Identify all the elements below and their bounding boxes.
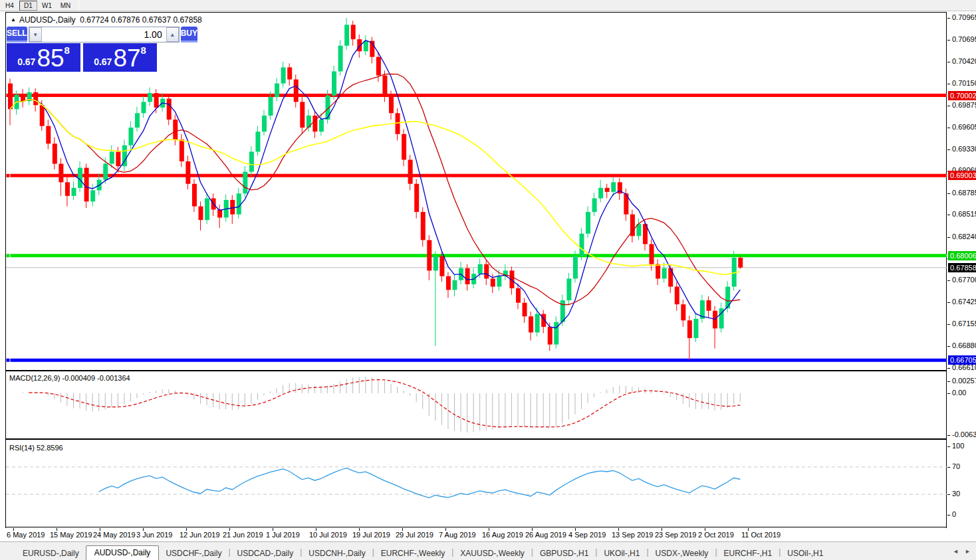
tab-scroll-right-icon[interactable]: ► [965,548,971,555]
candle-body [376,57,381,76]
axis-tick [947,515,950,515]
date-axis-label: 26 Aug 2019 [525,531,566,539]
candle-body [180,140,184,161]
tab-scroll-left-icon[interactable]: ◄ [953,548,959,555]
price-axis-label: 0.70695 [952,35,976,43]
candle-body [713,311,717,329]
sell-button[interactable]: SELL [7,27,27,43]
axis-tick [947,215,950,215]
candle-body [40,105,45,126]
date-axis-label: 13 Sep 2019 [612,531,653,539]
candle-body [90,190,95,201]
timeframe-mn-button[interactable]: MN [57,1,74,11]
candle-body [707,300,711,311]
candle-body [598,188,603,199]
chart-tab-eurusd-daily[interactable]: EURUSD-,Daily [16,547,86,560]
rsi-axis-label: 30 [952,490,960,498]
candle-body [402,134,406,160]
candle-body [319,120,324,132]
axis-tick [947,62,950,62]
buy-price-display[interactable]: 0.67 87 8 [83,43,157,72]
candle-body [269,97,273,116]
chart-tab-ukoil-h1[interactable]: UKOil-,H1 [597,547,646,560]
rsi-indicator-chart[interactable] [6,440,947,527]
candle-body [287,67,292,79]
candle-body [364,41,368,52]
macd-indicator-chart[interactable] [6,371,947,438]
candle-body [427,240,431,270]
macd-label: MACD(12,26,9) -0.000409 -0.001364 [9,374,130,382]
candle-body [128,128,133,145]
volume-input[interactable] [42,27,166,42]
chart-tab-usdx-weekly[interactable]: USDX-,Weekly [649,547,715,560]
timeframe-w1-button[interactable]: W1 [38,1,56,11]
candle-body [656,264,660,279]
line-handle-0.68006 [6,254,10,258]
candle-body [592,199,597,213]
price-axis[interactable]: 0.709650.706950.704200.701500.698750.696… [947,12,976,541]
date-axis-label: 16 Aug 2019 [482,531,523,539]
candle-body [78,168,82,188]
candle-body [725,287,730,309]
candle-body [382,76,387,96]
sell-price-pip-digit: 8 [64,45,70,56]
buy-price-pip-digit: 8 [141,45,146,56]
sell-price-display[interactable]: 0.67 85 8 [7,43,80,72]
candle-body [453,280,457,290]
price-level-badge-0.68006: 0.68006 [948,251,976,260]
axis-tick [947,346,950,347]
timeframe-h4-button[interactable]: H4 [1,1,19,11]
chart-tab-gbpusd-h1[interactable]: GBPUSD-,H1 [533,547,595,560]
volume-increase-button[interactable]: ▲ [166,27,179,42]
chart-tab-audusd-daily[interactable]: AUDUSD-,Daily [86,545,160,560]
price-axis-label: 0.67155 [952,320,976,327]
rsi-panel-separator[interactable] [5,438,947,440]
buy-button[interactable]: BUY [181,27,197,43]
collapse-chart-icon[interactable]: ▲ [11,17,16,23]
candle-body [389,96,394,114]
chart-title: ▲AUDUSD-,Daily 0.67724 0.67876 0.67637 0… [11,15,202,25]
axis-tick [947,446,950,447]
date-axis-label: 1 Jul 2019 [266,531,300,539]
candle-body [72,188,76,196]
macd-panel-separator[interactable] [5,370,947,371]
candle-body [668,268,673,287]
timeframe-d1-button[interactable]: D1 [19,1,37,11]
rsi-line [99,468,741,498]
candle-body [332,71,336,95]
candle-body [255,132,260,151]
chart-tab-eurchf-weekly[interactable]: EURCHF-,Weekly [374,547,451,560]
chart-tab-eurchf-h1[interactable]: EURCHF-,H1 [717,547,779,560]
line-handle-0.69003 [6,173,10,177]
timeframe-toolbar: H4 D1 W1 MN [0,0,976,11]
volume-decrease-button[interactable]: ▼ [29,27,42,42]
moving-average-5 [10,41,740,328]
chart-tab-bar: EURUSD-,DailyAUDUSD-,DailyUSDCHF-,Daily|… [0,541,976,560]
candle-body [142,102,146,113]
candle-body [566,278,571,300]
chart-tab-xauusd-weekly[interactable]: XAUUSD-,Weekly [453,547,531,560]
candle-body [414,184,419,212]
candle-body [529,316,533,332]
chart-tab-usdcad-daily[interactable]: USDCAD-,Daily [231,547,301,560]
buy-price-big-digits: 87 [113,47,140,70]
date-axis[interactable]: 6 May 201915 May 201924 May 20193 Jun 20… [5,528,947,541]
candle-body [262,116,267,132]
candle-body [580,234,584,256]
candle-body [738,258,743,268]
candle-body [306,116,311,128]
date-axis-label: 10 Jul 2019 [309,531,347,539]
candle-body [154,93,159,108]
price-axis-label: 0.70420 [952,57,976,65]
candle-body [135,113,140,128]
macd-axis-zero: 0.00 [952,389,966,397]
date-axis-label: 12 Jun 2019 [180,531,220,539]
candle-body [523,303,527,317]
rsi-label: RSI(14) 52.8596 [9,444,63,452]
trading-terminal-window: H4 D1 W1 MN ▲AUDUSD-,Daily 0.67724 0.678… [0,0,976,560]
candle-body [275,84,279,98]
chart-tab-usdcnh-daily[interactable]: USDCNH-,Daily [302,547,372,560]
chart-tab-usdchf-daily[interactable]: USDCHF-,Daily [159,547,228,560]
chart-tab-usoil-h1[interactable]: USOil-,H1 [781,547,830,560]
date-axis-label: 23 Sep 2019 [655,531,696,539]
